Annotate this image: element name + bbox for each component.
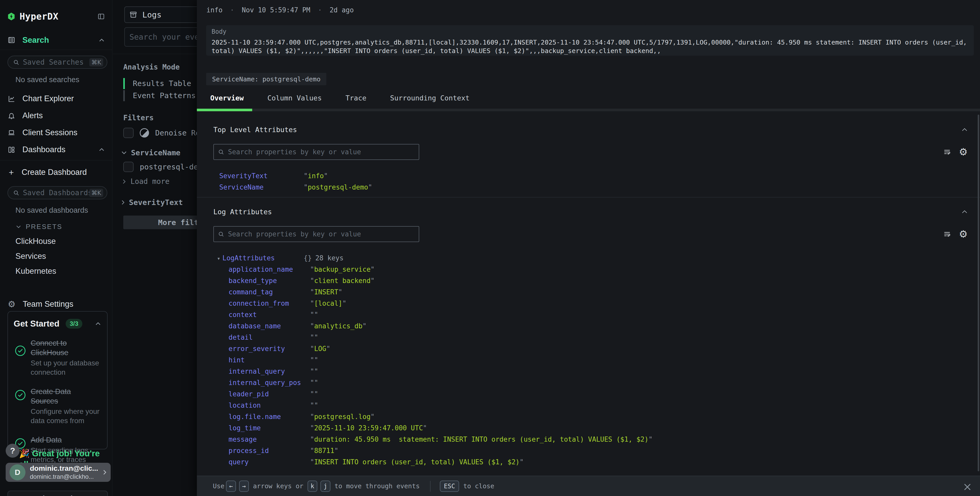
attribute-value[interactable]: 2025-11-10 23:59:47.000 UTC xyxy=(310,423,427,434)
log-attributes-search-input[interactable] xyxy=(228,230,415,238)
attribute-value[interactable] xyxy=(310,354,318,366)
attribute-key[interactable]: database_name xyxy=(229,322,281,330)
user-menu[interactable]: D dominic.tran@clic... dominic.tran@clic… xyxy=(6,463,111,482)
product-updates-link[interactable]: Product updates xyxy=(8,491,108,496)
collapse-section-icon[interactable] xyxy=(961,210,968,214)
top-level-search-input[interactable] xyxy=(228,148,415,156)
sidebar-item-alerts[interactable]: Alerts xyxy=(0,107,112,124)
saved-searches-input[interactable]: ⌘K xyxy=(8,56,107,69)
get-started-step-connect[interactable]: Connect to ClickHouse Set up your databa… xyxy=(14,338,101,377)
chevron-up-icon[interactable] xyxy=(99,148,105,152)
attribute-key[interactable]: hint xyxy=(229,356,245,364)
detail-scroll-area[interactable]: Top Level Attributes ⚙︎ Sever xyxy=(197,111,980,476)
tab-surrounding-context[interactable]: Surrounding Context xyxy=(390,91,470,105)
panel-scrollbar[interactable] xyxy=(978,115,979,471)
attribute-key[interactable]: command_tag xyxy=(229,288,273,296)
attribute-key[interactable]: backend_type xyxy=(229,277,277,285)
attribute-value[interactable]: [local] xyxy=(310,298,347,309)
attribute-value[interactable]: postgresql.log xyxy=(310,411,374,423)
log-attributes-search-box[interactable] xyxy=(213,226,419,242)
attribute-key[interactable]: connection_from xyxy=(229,300,289,307)
event-search-box[interactable] xyxy=(124,27,202,46)
presets-toggle[interactable]: PRESETS xyxy=(0,216,112,231)
saved-dashboards-field[interactable] xyxy=(23,188,89,197)
attribute-value[interactable]: backup_service xyxy=(310,264,374,275)
sidebar-item-chart-explorer[interactable]: Chart Explorer xyxy=(0,90,112,107)
checkbox-icon[interactable] xyxy=(123,162,134,172)
gear-icon[interactable]: ⚙︎ xyxy=(959,229,968,239)
wrap-lines-icon[interactable] xyxy=(942,148,952,156)
attribute-key[interactable]: message xyxy=(229,435,257,443)
help-button[interactable]: ? xyxy=(6,444,19,458)
sidebar-item-client-sessions[interactable]: Client Sessions xyxy=(0,124,112,141)
attribute-row: log.file.namepostgresql.log xyxy=(213,411,968,423)
saved-searches-field[interactable] xyxy=(23,58,89,67)
attribute-key[interactable]: error_severity xyxy=(229,345,285,352)
expand-triangle-icon[interactable]: ▾ xyxy=(217,255,220,262)
attribute-key[interactable]: LogAttributes xyxy=(222,254,275,262)
collapse-section-icon[interactable] xyxy=(961,128,968,132)
preset-clickhouse[interactable]: ClickHouse xyxy=(0,234,112,249)
attribute-value[interactable]: INSERT xyxy=(310,286,342,298)
preset-services[interactable]: Services xyxy=(0,249,112,264)
attribute-value[interactable] xyxy=(310,309,318,321)
chevron-up-icon[interactable] xyxy=(99,38,105,42)
attribute-value[interactable]: INSERT INTO orders (user_id, total) VALU… xyxy=(310,456,524,468)
attribute-value[interactable] xyxy=(310,332,318,343)
attribute-value[interactable]: LOG xyxy=(310,343,330,354)
attribute-value[interactable]: info xyxy=(304,170,328,182)
attribute-row: connection_from[local] xyxy=(213,298,968,309)
attribute-value[interactable] xyxy=(310,400,318,411)
attribute-key[interactable]: detail xyxy=(229,333,253,341)
attribute-key[interactable]: SeverityText xyxy=(219,172,268,180)
attribute-value[interactable]: postgresql-demo xyxy=(304,182,372,193)
attribute-key[interactable]: ServiceName xyxy=(219,183,264,191)
get-started-card: Get Started 3/3 Connect to ClickHouse Se… xyxy=(8,311,108,450)
sidebar-item-search[interactable]: Search xyxy=(0,34,112,50)
attribute-key[interactable]: context xyxy=(229,311,257,319)
event-detail-header: info · Nov 10 5:59:47 PM · 2d ago Body 2… xyxy=(197,0,980,111)
create-dashboard-button[interactable]: + Create Dashboard xyxy=(0,164,112,180)
logattributes-root-row[interactable]: ▾LogAttributes {}28 keys xyxy=(213,252,968,264)
filter-group-label: SeverityText xyxy=(129,198,183,207)
close-icon[interactable] xyxy=(963,482,972,492)
gear-icon[interactable]: ⚙︎ xyxy=(959,147,968,157)
attribute-value[interactable] xyxy=(310,377,318,388)
attribute-value[interactable]: analytics_db xyxy=(310,321,366,332)
tab-trace[interactable]: Trace xyxy=(345,91,366,105)
attribute-value[interactable]: client backend xyxy=(310,275,374,286)
attribute-value[interactable]: 88711 xyxy=(310,445,339,456)
wrap-lines-icon[interactable] xyxy=(942,230,952,238)
chevron-up-icon[interactable] xyxy=(95,322,101,325)
event-detail-panel: info · Nov 10 5:59:47 PM · 2d ago Body 2… xyxy=(197,0,980,496)
attribute-value[interactable] xyxy=(310,366,318,377)
attribute-value[interactable]: duration: 45.950 ms statement: INSERT IN… xyxy=(310,434,653,445)
attribute-key[interactable]: location xyxy=(229,402,261,409)
checkbox-icon[interactable] xyxy=(123,128,134,138)
source-select[interactable]: Logs xyxy=(124,6,202,23)
attribute-key[interactable]: internal_query xyxy=(229,367,285,375)
preset-kubernetes[interactable]: Kubernetes xyxy=(0,264,112,279)
avatar: D xyxy=(10,464,25,480)
attribute-key[interactable]: application_name xyxy=(229,266,293,273)
attribute-key[interactable]: leader_pid xyxy=(229,390,269,398)
attribute-key[interactable]: query xyxy=(229,458,248,466)
sidebar-item-dashboards[interactable]: Dashboards xyxy=(0,141,112,158)
get-started-title: Get Started xyxy=(14,319,59,329)
servicename-tag[interactable]: ServiceName: postgresql-demo xyxy=(206,73,326,85)
tab-column-values[interactable]: Column Values xyxy=(267,91,322,105)
attribute-key[interactable]: log_time xyxy=(229,424,261,432)
attribute-value[interactable] xyxy=(310,388,318,400)
saved-dashboards-input[interactable]: ⌘K xyxy=(8,186,107,199)
attribute-row: database_nameanalytics_db xyxy=(213,321,968,332)
attribute-key[interactable]: process_id xyxy=(229,447,269,455)
sidebar-item-team-settings[interactable]: ⚙︎ Team Settings xyxy=(0,296,112,313)
panel-footer: Use ← → arrow keys or k j to move throug… xyxy=(197,476,980,496)
top-level-search-box[interactable] xyxy=(213,144,419,160)
attribute-key[interactable]: log.file.name xyxy=(229,413,281,421)
tab-overview[interactable]: Overview xyxy=(210,91,244,105)
collapse-sidebar-icon[interactable] xyxy=(97,13,105,20)
get-started-step-datasources[interactable]: Create Data Sources Configure where your… xyxy=(14,387,101,426)
key-count: 28 keys xyxy=(315,254,344,262)
attribute-key[interactable]: internal_query_pos xyxy=(229,379,301,386)
